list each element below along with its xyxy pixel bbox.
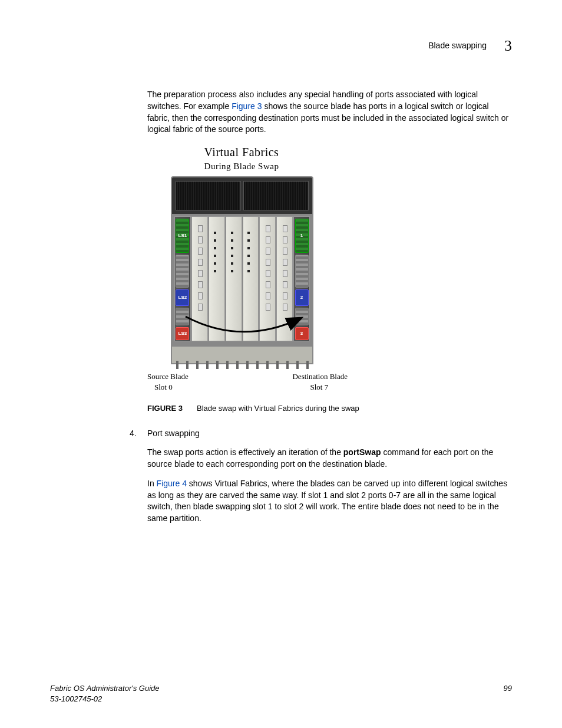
figure-3-caption: FIGURE 3Blade swap with Virtual Fabrics … <box>147 403 512 414</box>
step-4: 4. Port swapping <box>130 428 512 440</box>
ls3-segment: LS3 <box>176 327 189 340</box>
ls1-segment: LS1 <box>176 219 189 253</box>
source-blade-label: Source Blade <box>147 371 189 382</box>
dest-seg-2: 2 <box>295 289 309 306</box>
portswap-command: portSwap <box>343 447 381 457</box>
ls2-segment: LS2 <box>176 289 189 306</box>
source-blade-slot0: LS1 LS2 LS3 <box>174 216 191 341</box>
intro-paragraph: The preparation process also includes an… <box>147 89 512 135</box>
footer-page-number: 99 <box>504 683 512 704</box>
step-number: 4. <box>130 428 147 440</box>
figure-title-line1: Virtual Fabrics <box>147 144 336 160</box>
slot-6 <box>276 216 293 341</box>
dest-seg-1: 1 <box>295 219 309 253</box>
figure-number: FIGURE 3 <box>147 404 183 413</box>
destination-blade-slot7: 1 2 3 <box>293 216 310 341</box>
figure-caption-text: Blade swap with Virtual Fabrics during t… <box>197 404 359 413</box>
figure-title-line2: During Blade Swap <box>147 160 336 173</box>
chassis-diagram: LS1 LS2 LS3 1 2 3 <box>171 176 313 364</box>
source-slot-label: Slot 0 <box>154 382 189 393</box>
slot-4 <box>243 216 259 341</box>
chassis-bottom <box>172 346 312 363</box>
figure-3: Virtual Fabrics During Blade Swap LS1 LS… <box>147 144 512 393</box>
step-4-para-1: The swap ports action is effectively an … <box>147 447 512 470</box>
chassis-top-vents <box>172 177 312 214</box>
figure-4-link[interactable]: Figure 4 <box>157 479 187 488</box>
header-chapter-number: 3 <box>504 35 512 57</box>
dest-seg-3: 3 <box>295 327 309 340</box>
step-title: Port swapping <box>147 428 200 440</box>
destination-blade-label: Destination Blade <box>292 371 348 382</box>
slot-1 <box>191 216 208 341</box>
page-header: Blade swapping 3 <box>50 35 512 57</box>
footer-doc-number: 53-1002745-02 <box>50 694 160 704</box>
figure-3-link[interactable]: Figure 3 <box>232 101 262 111</box>
figure-bottom-labels: Source Blade Slot 0 Destination Blade Sl… <box>147 371 348 393</box>
destination-slot-label: Slot 7 <box>310 382 348 393</box>
slot-2 <box>209 216 225 341</box>
slot-3 <box>226 216 242 341</box>
step-4-para-2: In Figure 4 shows Virtual Fabrics, where… <box>147 478 512 524</box>
header-section-title: Blade swapping <box>428 40 487 52</box>
page-footer: Fabric OS Administrator's Guide 53-10027… <box>50 683 512 704</box>
slot-5 <box>259 216 276 341</box>
footer-guide-title: Fabric OS Administrator's Guide <box>50 683 160 694</box>
